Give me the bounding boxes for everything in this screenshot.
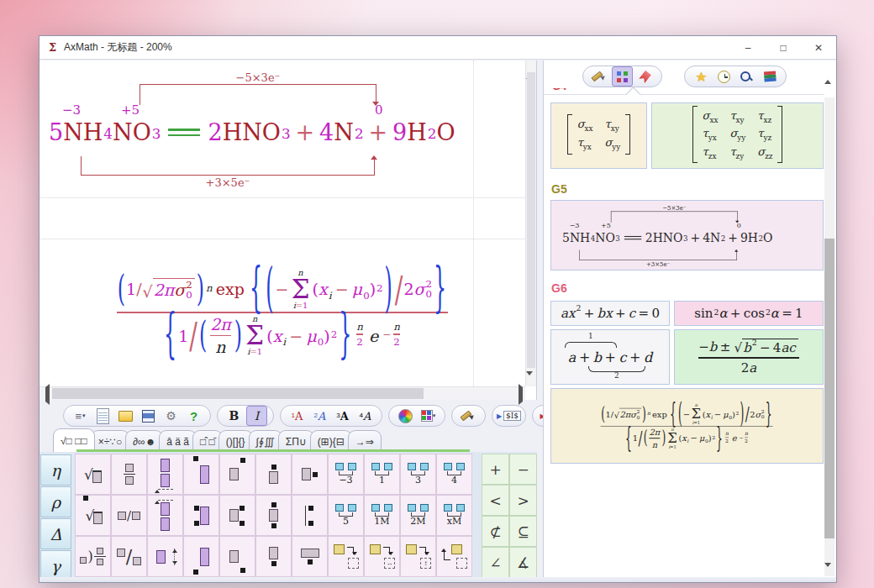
palette-cell-under[interactable]	[255, 536, 292, 577]
scroll-left-arrow[interactable]	[39, 387, 50, 398]
palette-cell-pair-3[interactable]: 3	[400, 454, 436, 495]
palette-cell-move-h[interactable]: ↔	[364, 536, 400, 577]
style4-button[interactable]: 4A	[355, 406, 376, 426]
palette-cell-over[interactable]	[255, 454, 292, 495]
palette-cell-presubsup[interactable]	[183, 495, 219, 536]
snippet-chemistry-equation[interactable]: −3 +5 0 −5×3e⁻ +3×5e⁻ 5NH4 NO32HNO3+4N2+…	[550, 200, 824, 270]
snippet-matrix-2x2[interactable]: σxxτxyτyxσyy	[550, 102, 647, 169]
palette-cell-subsup[interactable]	[219, 495, 255, 536]
symbol-cell[interactable]: <	[482, 485, 509, 516]
symbol-cell[interactable]: >	[509, 485, 537, 516]
scroll-down-arrow[interactable]	[526, 375, 537, 386]
symbol-cell[interactable]: ∡	[509, 547, 537, 578]
panel-scroll-thumb[interactable]	[824, 239, 835, 538]
palette-cell-presup[interactable]	[183, 454, 219, 495]
open-button[interactable]	[115, 406, 136, 426]
mini-chemistry-equation: −3 +5 0 −5×3e⁻ +3×5e⁻ 5NH4 NO32HNO3+4N2+…	[561, 204, 813, 270]
palette-cell-nroot[interactable]: √	[75, 495, 111, 536]
palette-cell-sqrt[interactable]: √	[75, 454, 111, 495]
palette-cell-stack-t[interactable]	[147, 495, 183, 536]
tab-1[interactable]: √□ □□	[53, 428, 95, 452]
menu-button[interactable]: ▾	[70, 406, 91, 426]
bold-button[interactable]: B	[224, 406, 245, 426]
palette-cell-presub[interactable]	[183, 536, 219, 577]
palette-cell-overunder[interactable]	[255, 495, 292, 536]
panel-scrollbar[interactable]	[824, 97, 835, 576]
star-button[interactable]	[691, 66, 712, 87]
palette-cell-sub[interactable]	[219, 536, 255, 577]
palette-cell-midright[interactable]	[292, 454, 328, 495]
swatch-button[interactable]	[418, 406, 439, 426]
panel-scroll-up-arrow[interactable]	[824, 66, 835, 76]
horizontal-scroll-thumb[interactable]	[52, 388, 424, 399]
palette-cell-pair-xM[interactable]: xM	[436, 495, 472, 536]
chemical-formula[interactable]: 5NH4 NO32HNO3+4N2+9H2O	[49, 119, 455, 146]
palette-cell-dots[interactable]	[147, 536, 183, 577]
clock-button[interactable]	[713, 66, 734, 87]
close-button[interactable]: ✕	[801, 36, 836, 59]
chemistry-equation[interactable]: −3 +5 0 −5×3e⁻ +3×5e⁻ 5NH4 NO32HNO3+4N2+…	[47, 71, 518, 197]
wheel-button[interactable]	[395, 406, 416, 426]
vertical-scroll-thumb[interactable]	[527, 72, 535, 368]
play-eq-button[interactable]: $I$	[498, 406, 519, 426]
palette-cell-move-up[interactable]	[436, 536, 472, 577]
style3-button[interactable]: 3A	[332, 406, 353, 426]
palette-cell-barscripts[interactable]	[292, 495, 328, 536]
canvas-vertical-scrollbar[interactable]	[525, 60, 536, 386]
snippet-trig-identity[interactable]: sin2α+cos2α=1	[674, 301, 824, 326]
symbol-cell[interactable]: −	[509, 454, 537, 485]
electron-transfer-bracket-bottom: +3×5e⁻	[81, 156, 375, 176]
books-button[interactable]	[759, 66, 780, 87]
help-button[interactable]: ?	[183, 406, 204, 426]
search-button[interactable]	[736, 66, 757, 87]
editor-canvas[interactable]: −3 +5 0 −5×3e⁻ +3×5e⁻ 5NH4 NO32HNO3+4N2+…	[39, 60, 537, 400]
statistics-formula[interactable]: (1/√2πσ20)nexp{(−nΣi=1(xi−μ0)2)/2σ20}{1/…	[39, 242, 525, 383]
format-brush-button[interactable]	[589, 66, 610, 87]
palette-cell-sup[interactable]	[219, 454, 255, 495]
symbol-cell[interactable]: ⊄	[482, 516, 509, 547]
newdoc-button[interactable]	[92, 406, 113, 426]
canvas-horizontal-scrollbar[interactable]	[39, 386, 525, 400]
scroll-right-arrow[interactable]	[514, 387, 525, 398]
greek-letter-button[interactable]: Δ	[40, 518, 71, 549]
pen-button[interactable]	[458, 406, 479, 426]
scroll-up-arrow[interactable]	[526, 60, 537, 71]
gear-button[interactable]	[161, 406, 182, 426]
palette-cell-pair-1[interactable]: 1	[364, 454, 400, 495]
style2-button[interactable]: 2A	[309, 406, 330, 426]
minimize-button[interactable]: –	[730, 36, 766, 59]
symbol-cell[interactable]: ⊆	[509, 516, 537, 547]
titlebar[interactable]: Σ AxMath - 无标题 - 200% – □ ✕	[39, 36, 836, 60]
snippet-brace-expression[interactable]: 1 2 a+b+c+d	[550, 329, 670, 385]
symbol-cell[interactable]: +	[482, 454, 509, 485]
snippet-quadratic-equation[interactable]: ax2+bx+c=0	[550, 301, 670, 326]
palette-cell-wideunder[interactable]	[292, 536, 328, 577]
palette-cell-pair-2M[interactable]: 2M	[400, 495, 436, 536]
search-icon	[740, 71, 753, 81]
document-page[interactable]: −3 +5 0 −5×3e⁻ +3×5e⁻ 5NH4 NO32HNO3+4N2+…	[39, 60, 525, 386]
greek-letter-button[interactable]: ρ	[40, 486, 71, 517]
palette-cell-fracv[interactable]	[111, 454, 147, 495]
palette-cell-move-v[interactable]: ↕	[400, 536, 436, 577]
palette-cell-fraci[interactable]: /	[111, 495, 147, 536]
snippet-statistics-formula[interactable]: (1/√2πσ20)nexp{(−nΣi=1(xi−μ0)2)/2σ20}{1/…	[550, 388, 824, 464]
italic-button[interactable]: I	[246, 406, 267, 426]
library-grid-button[interactable]	[612, 66, 633, 87]
snippet-quadratic-formula[interactable]: −b±√b2−4ac2a	[674, 329, 824, 385]
maximize-button[interactable]: □	[766, 36, 801, 59]
palette-cell-stack-b[interactable]	[147, 454, 183, 495]
palette-cell-move[interactable]	[328, 536, 364, 577]
palette-cell-ldiv[interactable]: )	[75, 536, 111, 577]
palette-cell-pair-1M[interactable]: 1M	[364, 495, 400, 536]
symbol-cell[interactable]: ∠	[482, 547, 509, 578]
style1-button[interactable]: 1A	[287, 406, 308, 426]
palette-cell-pair-4[interactable]: 4	[436, 454, 472, 495]
greek-letter-button[interactable]: η	[40, 454, 71, 486]
bookmark-button[interactable]	[634, 66, 656, 87]
save-button[interactable]	[138, 406, 159, 426]
palette-cell-pair-5[interactable]: 5	[328, 495, 364, 536]
palette-cell-pair-−3[interactable]: −3	[328, 454, 364, 495]
snippet-matrix-3x3[interactable]: σxxτxyτxzτyxσyyτyzτzxτzyσzz	[651, 102, 824, 169]
active-tab-underline	[76, 449, 470, 452]
palette-cell-pct[interactable]: /	[111, 536, 147, 577]
